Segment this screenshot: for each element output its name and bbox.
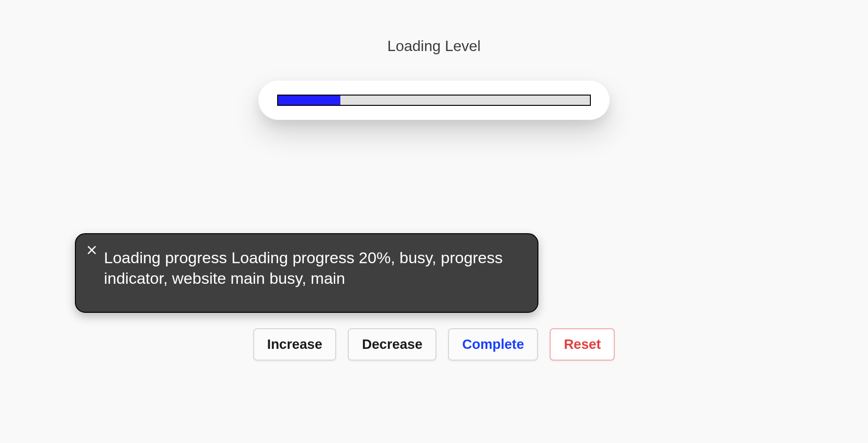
- page-heading: Loading Level: [0, 37, 868, 55]
- progress-fill: [278, 96, 340, 105]
- increase-button[interactable]: Increase: [253, 328, 337, 361]
- close-icon[interactable]: [86, 244, 97, 256]
- reset-button[interactable]: Reset: [550, 328, 615, 361]
- progress-track: [277, 95, 591, 106]
- decrease-button[interactable]: Decrease: [348, 328, 436, 361]
- buttons-row: Increase Decrease Complete Reset: [0, 328, 868, 361]
- progress-container: [258, 81, 610, 120]
- complete-button[interactable]: Complete: [448, 328, 538, 361]
- accessibility-tooltip: Loading progress Loading progress 20%, b…: [75, 233, 538, 313]
- tooltip-text: Loading progress Loading progress 20%, b…: [104, 247, 522, 288]
